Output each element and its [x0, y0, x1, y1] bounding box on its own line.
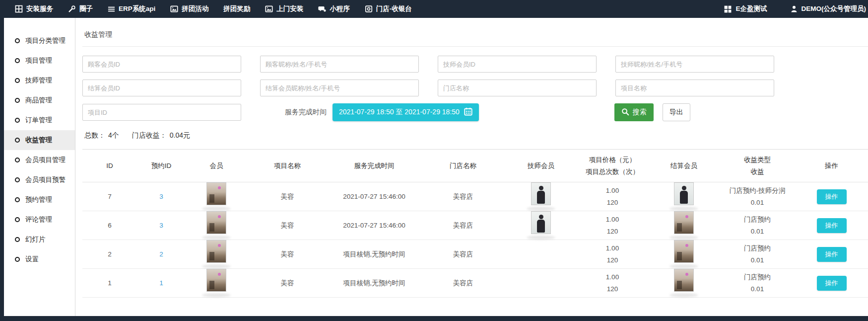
total-value: 4个	[108, 131, 119, 139]
nav-item-label: 圈子	[79, 4, 93, 13]
sidebar-item[interactable]: 商品管理	[4, 90, 75, 110]
project-id-input[interactable]	[82, 104, 241, 121]
export-button[interactable]: 导出	[663, 103, 690, 121]
cell-id: 1	[108, 279, 112, 287]
sidebar-item-label: 设置	[25, 255, 39, 264]
nav-item-7[interactable]: 小程序	[318, 4, 350, 13]
technician-avatar-cell	[527, 182, 555, 211]
cell-finish-time: 项目核销,无预约时间	[343, 279, 405, 288]
sidebar-item[interactable]: 会员项目管理	[4, 150, 75, 170]
filter-input[interactable]	[82, 56, 241, 73]
avatar[interactable]	[674, 240, 694, 263]
filter-input[interactable]	[260, 56, 419, 73]
avatar[interactable]	[531, 211, 551, 234]
cell-income: 门店预约0.01	[744, 214, 771, 237]
nav-item-label: 拼团奖励	[223, 4, 250, 13]
sidebar-item[interactable]: 项目管理	[4, 51, 75, 71]
sidebar-item[interactable]: 设置	[4, 249, 75, 269]
booking-id-link[interactable]: 2	[159, 250, 163, 258]
search-button[interactable]: 搜索	[614, 103, 654, 121]
nav-right-item-1[interactable]: E企盈测试	[724, 4, 767, 13]
sidebar: 项目分类管理项目管理技师管理商品管理订单管理收益管理会员项目管理会员项目预警预约…	[4, 18, 75, 316]
main-content: 收益管理 服务完成时间 2021-07-29 18:50 至 2021-07-2…	[75, 18, 868, 316]
filter-row-1	[82, 56, 868, 73]
nav-item-5[interactable]: 拼团奖励	[223, 4, 250, 13]
sidebar-item[interactable]: 技师管理	[4, 71, 75, 90]
column-header: ID	[106, 160, 113, 172]
member-avatar-cell	[202, 182, 231, 211]
avatar[interactable]	[206, 182, 226, 205]
column-header: 项目名称	[274, 160, 301, 172]
date-range-button[interactable]: 2021-07-29 18:50 至 2021-07-29 18:50	[333, 103, 479, 121]
nav-item-label: 小程序	[330, 4, 350, 13]
cell-id: 7	[108, 193, 112, 200]
settle-avatar-cell	[669, 182, 698, 211]
cell-project-name: 美容	[281, 279, 294, 288]
nav-item-4[interactable]: 拼团活动	[170, 4, 208, 13]
nav-right-item-2[interactable]: DEMO(公众号管理员)	[790, 4, 867, 13]
table-row: 11美容项目核销,无预约时间美容店1.00120门店预约0.01操作	[82, 269, 868, 298]
cell-price-times: 1.00120	[606, 271, 619, 295]
blurred-name	[669, 207, 698, 211]
booking-id-link[interactable]: 3	[159, 193, 163, 200]
filter-input[interactable]	[615, 80, 774, 96]
sidebar-item-label: 预约管理	[25, 195, 52, 204]
top-navbar: 安装服务圈子ERP系统api拼团活动拼团奖励上门安装小程序门店-收银台 E企盈测…	[0, 0, 868, 18]
sidebar-item-label: 会员项目管理	[25, 156, 66, 164]
nav-item-3[interactable]: ERP系统api	[108, 4, 155, 13]
blurred-name	[527, 207, 555, 211]
cell-income: 门店预约0.01	[744, 242, 771, 266]
nav-item-6[interactable]: 上门安装	[265, 4, 303, 13]
sidebar-item[interactable]: 预约管理	[4, 190, 75, 210]
filter-input[interactable]	[82, 80, 241, 96]
nav-item-1[interactable]: 安装服务	[15, 4, 53, 13]
sidebar-item-label: 项目管理	[25, 56, 52, 65]
cell-id: 6	[108, 222, 112, 229]
date-range-value: 2021-07-29 18:50 至 2021-07-29 18:50	[339, 108, 460, 117]
nav-item-label: ERP系统api	[119, 4, 155, 13]
avatar[interactable]	[531, 182, 551, 205]
cell-income: 门店预约-技师分润0.01	[730, 185, 786, 208]
sidebar-item-label: 幻灯片	[25, 235, 46, 244]
sidebar-item[interactable]: 订单管理	[4, 110, 75, 130]
row-action-button[interactable]: 操作	[817, 247, 847, 262]
sidebar-item[interactable]: 会员项目预警	[4, 170, 75, 190]
sidebar-item[interactable]: 收益管理	[4, 130, 75, 150]
avatar[interactable]	[674, 211, 694, 234]
sidebar-item[interactable]: 幻灯片	[4, 230, 75, 249]
circle-icon	[15, 98, 20, 103]
nav-item-2[interactable]: 圈子	[68, 4, 93, 13]
sidebar-item-label: 项目分类管理	[25, 36, 66, 45]
filter-input[interactable]	[438, 80, 597, 96]
avatar[interactable]	[206, 269, 226, 292]
sidebar-item[interactable]: 项目分类管理	[4, 31, 75, 51]
cashier-icon	[365, 5, 373, 13]
booking-id-link[interactable]: 1	[159, 279, 163, 287]
circle-icon	[15, 58, 20, 63]
avatar[interactable]	[206, 211, 226, 234]
avatar[interactable]	[674, 269, 694, 292]
row-action-button[interactable]: 操作	[817, 276, 847, 291]
row-action-button[interactable]: 操作	[817, 218, 847, 233]
page-title: 收益管理	[82, 18, 868, 47]
sidebar-item[interactable]: 评论管理	[4, 210, 75, 230]
filter-input[interactable]	[438, 56, 597, 73]
blurred-name	[669, 293, 698, 297]
avatar[interactable]	[674, 182, 694, 205]
nav-item-8[interactable]: 门店-收银台	[365, 4, 412, 13]
cell-store-name: 美容店	[453, 192, 473, 201]
circle-icon	[15, 158, 20, 162]
blurred-name	[202, 264, 231, 268]
booking-id-link[interactable]: 3	[159, 222, 163, 229]
table-body: 73美容2021-07-27 15:46:00美容店1.00120门店预约-技师…	[82, 182, 868, 298]
cell-finish-time: 2021-07-27 15:46:00	[343, 193, 405, 200]
row-action-button[interactable]: 操作	[817, 189, 847, 204]
circle-icon	[15, 257, 20, 262]
filter-input[interactable]	[260, 80, 419, 96]
avatar[interactable]	[206, 240, 226, 263]
filter-input[interactable]	[615, 56, 774, 73]
column-header: 项目价格（元）项目总次数（次）	[586, 154, 639, 177]
image-icon	[170, 5, 178, 13]
search-icon	[621, 108, 629, 117]
cell-project-name: 美容	[281, 221, 294, 230]
